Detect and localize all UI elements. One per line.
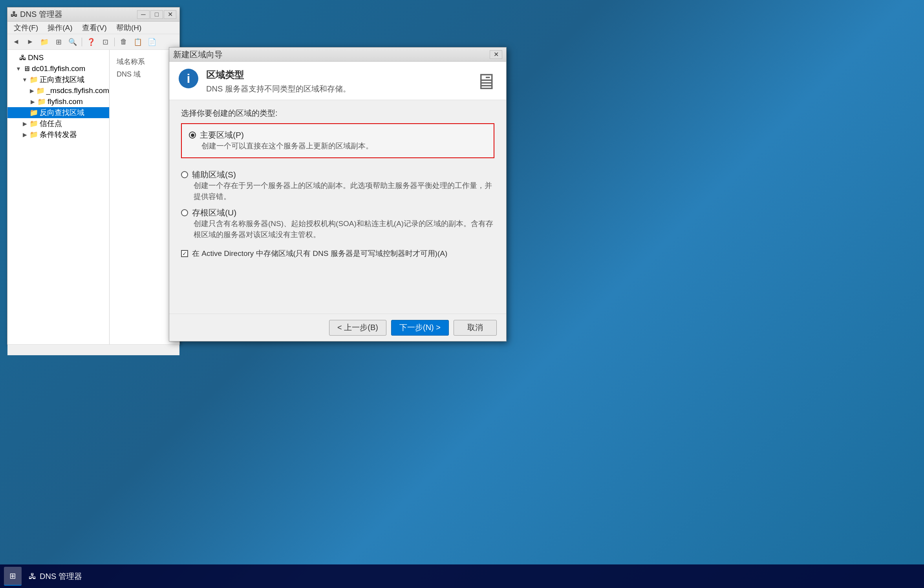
dialog-close-button[interactable]: ✕ — [490, 50, 502, 59]
taskbar: ⊞ 🖧 DNS 管理器 — [0, 564, 924, 588]
primary-zone-option-box: 主要区域(P) 创建一个可以直接在这个服务器上更新的区域副本。 — [181, 123, 494, 158]
dns-taskbar-icon: 🖧 — [29, 572, 37, 581]
secondary-zone-radio[interactable] — [181, 171, 188, 178]
dns-taskbar-label: DNS 管理器 — [40, 571, 82, 582]
ad-store-checkbox-row[interactable]: 在 Active Directory 中存储区域(只有 DNS 服务器是可写域控… — [181, 248, 494, 259]
primary-zone-desc: 创建一个可以直接在这个服务器上更新的区域副本。 — [201, 141, 487, 152]
taskbar-dns[interactable]: 🖧 DNS 管理器 — [23, 567, 88, 586]
stub-zone-option: 存根区域(U) 创建只含有名称服务器(NS)、起始授权机构(SOA)和粘连主机(… — [181, 207, 494, 241]
dialog-titlebar: 新建区域向导 ✕ — [169, 47, 506, 62]
secondary-zone-label: 辅助区域(S) — [192, 169, 236, 180]
dialog-section-title: 区域类型 — [206, 69, 351, 81]
stub-zone-radio-row[interactable]: 存根区域(U) — [181, 207, 494, 218]
dialog-title-text: 新建区域向导 — [173, 49, 490, 60]
next-button[interactable]: 下一步(N) > — [391, 320, 449, 336]
secondary-zone-desc: 创建一个存在于另一个服务器上的区域的副本。此选项帮助主服务器平衡处理的工作量，并… — [194, 180, 494, 203]
primary-zone-option: 主要区域(P) 创建一个可以直接在这个服务器上更新的区域副本。 — [189, 130, 487, 152]
secondary-zone-option: 辅助区域(S) 创建一个存在于另一个服务器上的区域的副本。此选项帮助主服务器平衡… — [181, 169, 494, 203]
stub-zone-label: 存根区域(U) — [192, 207, 236, 218]
zone-type-radio-group: 主要区域(P) 创建一个可以直接在这个服务器上更新的区域副本。 辅助区域(S) … — [181, 123, 494, 241]
dialog-header-text: 区域类型 DNS 服务器支持不同类型的区域和存储。 — [206, 69, 351, 94]
dialog-footer: < 上一步(B) 下一步(N) > 取消 — [169, 314, 506, 341]
ad-store-checkbox[interactable] — [181, 250, 188, 257]
dialog-body: 选择你要创建的区域的类型: 主要区域(P) 创建一个可以直接在这个服务器上更新的… — [169, 100, 506, 267]
primary-zone-label: 主要区域(P) — [200, 130, 244, 141]
back-button[interactable]: < 上一步(B) — [329, 320, 386, 336]
dialog-section-subtitle: DNS 服务器支持不同类型的区域和存储。 — [206, 84, 351, 94]
primary-zone-radio[interactable] — [189, 131, 196, 139]
cancel-button[interactable]: 取消 — [454, 320, 497, 336]
new-zone-wizard-dialog: 新建区域向导 ✕ i 区域类型 DNS 服务器支持不同类型的区域和存储。 🖥 选… — [169, 47, 507, 341]
dialog-intro-text: 选择你要创建的区域的类型: — [181, 108, 494, 119]
dialog-header: i 区域类型 DNS 服务器支持不同类型的区域和存储。 🖥 — [169, 62, 506, 100]
stub-zone-desc: 创建只含有名称服务器(NS)、起始授权机构(SOA)和粘连主机(A)记录的区域的… — [194, 218, 494, 241]
stub-zone-radio[interactable] — [181, 209, 188, 216]
server-icon: 🖥 — [475, 69, 497, 94]
dialog-overlay: 新建区域向导 ✕ i 区域类型 DNS 服务器支持不同类型的区域和存储。 🖥 选… — [0, 0, 924, 588]
taskbar-start[interactable]: ⊞ — [4, 567, 22, 586]
start-icon: ⊞ — [9, 571, 16, 581]
dialog-info-icon: i — [179, 69, 198, 88]
ad-store-label: 在 Active Directory 中存储区域(只有 DNS 服务器是可写域控… — [192, 248, 447, 259]
primary-zone-radio-row[interactable]: 主要区域(P) — [189, 130, 487, 141]
secondary-zone-radio-row[interactable]: 辅助区域(S) — [181, 169, 494, 180]
